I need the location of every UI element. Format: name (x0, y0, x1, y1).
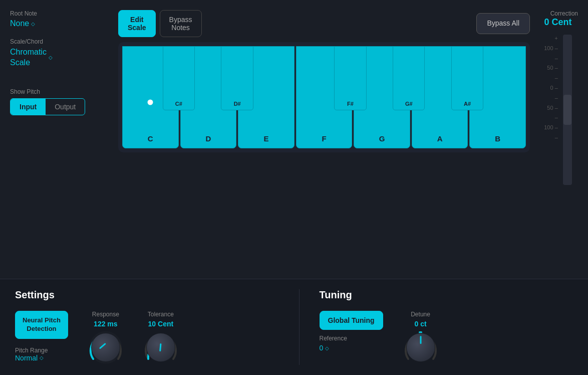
scale-dash-2: – (555, 73, 558, 83)
global-tuning-button[interactable]: Global Tuning (320, 311, 383, 330)
c-dot (148, 100, 153, 105)
output-button[interactable]: Output (46, 99, 85, 115)
scale-chord-value[interactable]: ChromaticScale ◇ (10, 47, 110, 68)
correction-label: Correction (538, 10, 578, 17)
reference-label: Reference (320, 335, 347, 342)
right-panel: Correction 0 Cent + 100 – – 50 – – 0 – –… (538, 10, 578, 274)
reference-text: 0 (320, 344, 324, 352)
detune-knob-indicator (420, 336, 421, 344)
root-note-text: None (10, 19, 29, 28)
left-panel: Root Note None ◇ Scale/Chord ChromaticSc… (10, 10, 110, 274)
tolerance-knob-body (146, 333, 175, 362)
root-note-arrow-icon: ◇ (31, 21, 35, 27)
detune-knob-col: Detune 0 ct (403, 311, 438, 365)
bypass-all-button[interactable]: Bypass All (476, 13, 530, 34)
scale-chord-text: ChromaticScale (10, 47, 47, 68)
piano-keyboard[interactable]: C D E F G A B C# D# F# (118, 42, 530, 152)
pitch-range-group: Pitch Range Normal ◇ (15, 347, 48, 362)
scale-plus: + (554, 34, 557, 44)
settings-title: Settings (15, 289, 269, 301)
detune-value: 0 ct (415, 320, 427, 328)
key-c-label: C (148, 134, 153, 143)
tuning-title: Tuning (320, 289, 573, 301)
toolbar-row: EditScale BypassNotes Bypass All (118, 10, 530, 37)
scale-100-top: 100 – (544, 44, 558, 54)
key-a-label: A (437, 134, 443, 143)
neural-col: Neural PitchDetection Pitch Range Normal… (15, 311, 68, 362)
scale-chord-label: Scale/Chord (10, 38, 110, 45)
edit-scale-button[interactable]: EditScale (118, 10, 156, 37)
tuning-panel: Tuning Global Tuning Reference 0 ◇ Detun… (310, 289, 573, 365)
key-e-label: E (263, 134, 268, 143)
key-d-label: D (205, 134, 211, 143)
pitch-range-label: Pitch Range (15, 347, 48, 354)
center-panel: EditScale BypassNotes Bypass All C D E F… (118, 10, 530, 274)
settings-row: Neural PitchDetection Pitch Range Normal… (15, 311, 269, 365)
response-value: 122 ms (94, 320, 117, 328)
scale-chord-arrow-icon: ◇ (49, 54, 53, 61)
correction-slider[interactable] (563, 35, 572, 185)
tolerance-value: 10 Cent (148, 320, 174, 328)
pitch-range-value[interactable]: Normal ◇ (15, 354, 48, 362)
reference-value[interactable]: 0 ◇ (320, 344, 347, 352)
key-g[interactable]: G (354, 46, 410, 148)
white-keys-row: C D E F G A B (122, 46, 526, 148)
key-d[interactable]: D (180, 46, 237, 148)
tolerance-knob-col: Tolerance 10 Cent (143, 311, 178, 365)
scale-dash-1: – (555, 54, 558, 64)
section-divider (299, 289, 300, 365)
key-b-label: B (495, 134, 500, 143)
show-pitch-label: Show Pitch (10, 88, 110, 95)
key-a[interactable]: A (412, 46, 468, 148)
detune-knob[interactable] (403, 330, 438, 365)
pitch-range-text: Normal (15, 354, 38, 362)
correction-value: 0 Cent (538, 17, 578, 28)
show-pitch-group: Show Pitch Input Output (10, 88, 110, 115)
slider-scale-labels: + 100 – – 50 – – 0 – – 50 – – 100 – – (544, 34, 558, 143)
top-section: Root Note None ◇ Scale/Chord ChromaticSc… (0, 0, 588, 279)
scale-chord-group: Scale/Chord ChromaticScale ◇ (10, 38, 110, 68)
correction-slider-thumb (563, 95, 571, 125)
key-c[interactable]: C (122, 46, 179, 148)
global-tuning-col: Global Tuning Reference 0 ◇ (320, 311, 383, 352)
reference-arrow-icon: ◇ (325, 345, 329, 351)
root-note-group: Root Note None ◇ (10, 10, 110, 28)
bottom-section: Settings Neural PitchDetection Pitch Ran… (0, 279, 588, 375)
pitch-range-arrow-icon: ◇ (40, 355, 44, 360)
key-f[interactable]: F (296, 46, 353, 148)
response-label: Response (92, 311, 119, 318)
scale-100-bot: 100 – (544, 123, 558, 133)
detune-label: Detune (411, 311, 430, 318)
key-f-label: F (322, 134, 326, 143)
root-note-label: Root Note (10, 10, 110, 17)
root-note-value[interactable]: None ◇ (10, 19, 110, 28)
key-g-label: G (379, 134, 385, 143)
tolerance-knob-indicator (159, 343, 161, 351)
app-container: Root Note None ◇ Scale/Chord ChromaticSc… (0, 0, 588, 375)
scale-50-top: 50 – (547, 63, 557, 73)
tuning-row: Global Tuning Reference 0 ◇ Detune 0 ct (320, 311, 573, 365)
neural-pitch-detection-button[interactable]: Neural PitchDetection (15, 311, 68, 339)
scale-0: 0 – (550, 83, 557, 93)
reference-group: Reference 0 ◇ (320, 335, 347, 352)
scale-dash-4: – (555, 113, 558, 123)
correction-group: Correction 0 Cent (538, 10, 578, 28)
response-knob-body (91, 333, 120, 362)
settings-panel: Settings Neural PitchDetection Pitch Ran… (15, 289, 289, 365)
bypass-notes-button[interactable]: BypassNotes (160, 10, 202, 37)
scale-dash-3: – (555, 93, 558, 103)
key-e[interactable]: E (238, 46, 295, 148)
scale-dash-5: – (555, 133, 558, 143)
scale-50-bot: 50 – (547, 103, 557, 113)
tolerance-knob[interactable] (143, 330, 178, 365)
response-knob[interactable] (88, 330, 123, 365)
input-button[interactable]: Input (11, 99, 46, 115)
response-knob-indicator (99, 343, 106, 349)
response-knob-col: Response 122 ms (88, 311, 123, 365)
detune-knob-body (406, 333, 435, 362)
tolerance-label: Tolerance (148, 311, 174, 318)
key-b[interactable]: B (469, 46, 526, 148)
show-pitch-toggle: Input Output (10, 98, 85, 115)
slider-with-labels: + 100 – – 50 – – 0 – – 50 – – 100 – – (544, 33, 572, 185)
